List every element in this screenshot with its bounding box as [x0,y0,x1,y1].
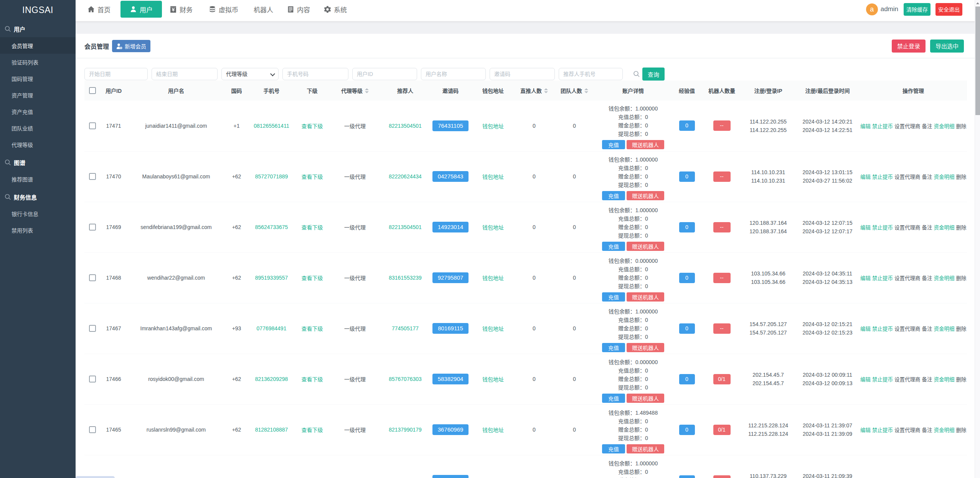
action-禁止提币[interactable]: 禁止提币 [872,124,893,129]
action-资金明细[interactable]: 资金明细 [934,427,955,433]
referrer-link[interactable]: 82213504501 [389,224,422,230]
give-robot-button[interactable]: 赠送机器人 [627,191,664,200]
sidebar-item-团队业绩[interactable]: 团队业绩 [0,120,76,136]
sidebar-item-推荐图谱[interactable]: 推荐图谱 [0,171,76,187]
action-备注[interactable]: 备注 [922,427,932,433]
invite-code-badge[interactable]: 80169115 [432,323,469,334]
nav-item-首页[interactable]: 首页 [87,5,111,14]
view-subordinates-link[interactable]: 查看下级 [302,326,323,332]
give-robot-button[interactable]: 赠送机器人 [627,292,664,302]
action-设置代理商[interactable]: 设置代理商 [894,174,921,180]
action-删除[interactable]: 删除 [956,174,967,180]
action-编辑[interactable]: 编辑 [860,124,871,129]
view-subordinates-link[interactable]: 查看下级 [302,427,323,433]
sidebar-item-国码管理[interactable]: 国码管理 [0,70,76,87]
action-备注[interactable]: 备注 [922,225,932,231]
wallet-address-link[interactable]: 钱包地址 [482,326,504,332]
action-删除[interactable]: 删除 [956,225,967,231]
action-禁止提币[interactable]: 禁止提币 [872,174,893,180]
phone-link[interactable]: 82136209298 [255,376,288,382]
sort-icon[interactable] [544,88,548,93]
row-checkbox[interactable] [89,426,96,433]
invite-code-badge[interactable]: 14923014 [432,222,469,232]
action-删除[interactable]: 删除 [956,124,967,129]
action-设置代理商[interactable]: 设置代理商 [894,377,921,382]
referrer-link[interactable]: 83161553239 [389,275,422,281]
recharge-button[interactable]: 充值 [602,140,625,149]
nav-item-用户[interactable]: 用户 [120,1,162,18]
view-subordinates-link[interactable]: 查看下级 [302,123,323,129]
row-checkbox[interactable] [89,122,96,129]
nav-item-系统[interactable]: 系统 [324,5,347,14]
invite-code-badge[interactable]: 58382904 [432,374,469,384]
action-备注[interactable]: 备注 [922,174,932,180]
invite-code-badge[interactable]: 76431105 [432,120,469,131]
phone-link[interactable]: 0776984491 [257,325,287,331]
view-subordinates-link[interactable]: 查看下级 [302,275,323,281]
recharge-button[interactable]: 充值 [602,444,625,453]
row-checkbox[interactable] [89,224,96,231]
action-资金明细[interactable]: 资金明细 [934,225,955,231]
action-删除[interactable]: 删除 [956,275,967,281]
sidebar-item-银行卡信息[interactable]: 银行卡信息 [0,205,76,222]
row-checkbox[interactable] [89,376,96,382]
recharge-button[interactable]: 充值 [602,292,625,302]
invite-code-badge[interactable]: 04275843 [432,171,469,182]
phone-link[interactable]: 85727071889 [255,173,288,180]
phone-input[interactable] [282,68,348,80]
export-selected-button[interactable]: 导出选中 [930,40,964,53]
give-robot-button[interactable]: 赠送机器人 [627,140,664,149]
select-all-checkbox[interactable] [89,87,96,94]
ban-login-button[interactable]: 禁止登录 [892,40,926,53]
recharge-button[interactable]: 充值 [602,343,625,352]
action-编辑[interactable]: 编辑 [860,174,871,180]
invite-code-badge[interactable]: 36760969 [432,424,469,435]
action-禁止提币[interactable]: 禁止提币 [872,225,893,231]
action-资金明细[interactable]: 资金明细 [934,326,955,332]
wallet-address-link[interactable]: 钱包地址 [482,123,504,129]
action-禁止提币[interactable]: 禁止提币 [872,275,893,281]
invite-code-input[interactable] [490,68,555,80]
give-robot-button[interactable]: 赠送机器人 [627,242,664,251]
action-编辑[interactable]: 编辑 [860,225,871,231]
wallet-address-link[interactable]: 钱包地址 [482,376,504,382]
give-robot-button[interactable]: 赠送机器人 [627,394,664,403]
action-编辑[interactable]: 编辑 [860,326,871,332]
action-禁止提币[interactable]: 禁止提币 [872,326,893,332]
add-member-button[interactable]: 新增会员 [112,40,150,52]
wallet-address-link[interactable]: 钱包地址 [482,275,504,281]
referrer-link[interactable]: 85767076303 [389,376,422,382]
sidebar-item-会员管理[interactable]: 会员管理 [0,37,76,54]
sidebar-section-图谱[interactable]: 图谱 [0,154,76,171]
action-设置代理商[interactable]: 设置代理商 [894,124,921,129]
clear-cache-button[interactable]: 清除缓存 [904,3,931,16]
action-设置代理商[interactable]: 设置代理商 [894,326,921,332]
action-禁止提币[interactable]: 禁止提币 [872,377,893,382]
action-编辑[interactable]: 编辑 [860,377,871,382]
action-编辑[interactable]: 编辑 [860,427,871,433]
action-资金明细[interactable]: 资金明细 [934,174,955,180]
horizontal-scrollbar-thumb[interactable] [76,476,115,478]
action-备注[interactable]: 备注 [922,124,932,129]
phone-link[interactable]: 89519339557 [255,275,288,281]
sort-icon[interactable] [365,88,369,93]
row-checkbox[interactable] [89,325,96,332]
action-删除[interactable]: 删除 [956,427,967,433]
sidebar-item-代理等级[interactable]: 代理等级 [0,136,76,153]
action-删除[interactable]: 删除 [956,377,967,382]
action-编辑[interactable]: 编辑 [860,275,871,281]
view-subordinates-link[interactable]: 查看下级 [302,224,323,231]
action-禁止提币[interactable]: 禁止提币 [872,427,893,433]
recharge-button[interactable]: 充值 [602,191,625,200]
action-资金明细[interactable]: 资金明细 [934,124,955,129]
invite-code-badge[interactable]: 92795807 [432,272,469,283]
user-name-input[interactable] [421,68,486,80]
sidebar-item-验证码列表[interactable]: 验证码列表 [0,54,76,70]
view-subordinates-link[interactable]: 查看下级 [302,376,323,382]
action-资金明细[interactable]: 资金明细 [934,275,955,281]
sidebar-item-资产管理[interactable]: 资产管理 [0,87,76,103]
phone-link[interactable]: 81282108887 [255,427,288,433]
nav-item-机器人[interactable]: 机器人 [254,5,273,14]
phone-link[interactable]: 85624733675 [255,224,288,230]
referrer-link[interactable]: 82213504501 [389,123,422,129]
